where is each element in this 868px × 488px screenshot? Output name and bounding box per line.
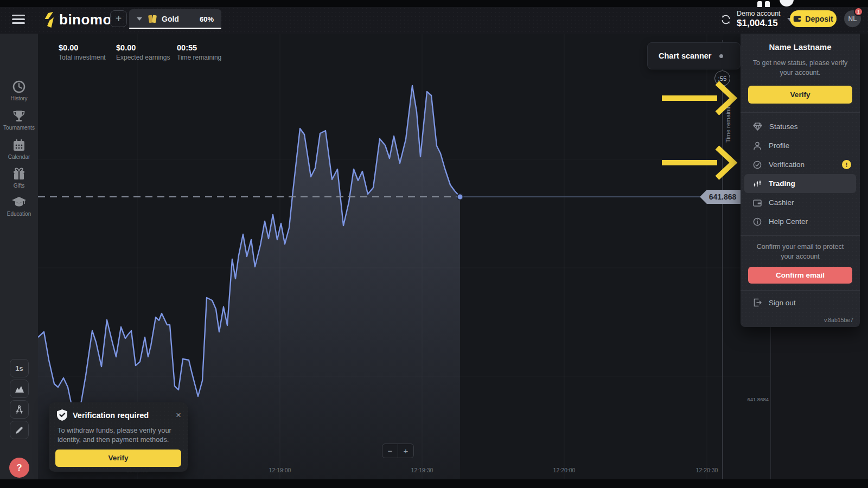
calendar-icon	[12, 138, 26, 152]
menu-item-verification[interactable]: Verification !	[741, 155, 860, 174]
candlestick-chart-icon	[753, 179, 762, 188]
asset-tab-gold[interactable]: Gold 60%	[129, 9, 221, 29]
indicators-button[interactable]	[10, 400, 29, 419]
time-tick: 12:20:00	[545, 467, 583, 473]
shield-check-icon	[56, 409, 68, 421]
wallet-icon	[753, 199, 762, 207]
account-type: Demo account	[737, 10, 781, 17]
pause-icon	[757, 1, 762, 7]
time-remaining-axis-label: Time remaining	[725, 88, 731, 143]
time-tick: 12:19:00	[261, 467, 299, 473]
sidebar-item-gifts[interactable]: Gifts	[0, 167, 38, 189]
chevron-down-icon	[137, 17, 142, 21]
payout-percent: 60%	[200, 15, 214, 23]
account-holder-name: Name Lastname	[741, 42, 860, 52]
zoom-in-button[interactable]: +	[398, 444, 414, 458]
gift-icon	[12, 167, 26, 181]
wallet-icon	[793, 15, 801, 22]
refresh-icon[interactable]	[720, 14, 731, 25]
clock-icon	[12, 80, 26, 94]
verification-warning-badge: !	[842, 160, 851, 169]
status-note: To get new status, please verify your ac…	[749, 59, 851, 78]
menu-item-trading[interactable]: Trading	[744, 174, 856, 193]
binomo-logo: binomo	[43, 11, 112, 28]
sign-out-icon	[753, 298, 762, 307]
sidebar-item-education[interactable]: Education	[0, 195, 38, 217]
pencil-icon	[15, 426, 24, 435]
current-price-dot	[457, 194, 463, 200]
pause-icon	[765, 1, 770, 7]
account-switcher[interactable]: Demo account $1,004.15	[720, 10, 793, 29]
confirm-email-note: Confirm your email to protect your accou…	[749, 242, 851, 261]
sidebar-item-tournaments[interactable]: Tournaments	[0, 109, 38, 131]
sidebar-item-calendar[interactable]: Calendar	[0, 138, 38, 160]
verification-popup: Verification required × To withdraw fund…	[49, 402, 188, 472]
add-asset-tab-button[interactable]: +	[110, 10, 127, 27]
compass-icon	[15, 405, 24, 414]
bottom-frame-strip	[0, 479, 868, 488]
check-circle-icon	[753, 160, 762, 169]
menu-item-profile[interactable]: Profile	[741, 136, 860, 155]
popup-verify-button[interactable]: Verify	[55, 450, 181, 467]
deposit-button[interactable]: Deposit	[790, 10, 837, 27]
price-axis-label: 641.8684	[727, 396, 769, 402]
area-chart-icon	[15, 385, 24, 393]
menu-item-help-center[interactable]: Help Center	[741, 212, 860, 231]
close-icon[interactable]: ×	[176, 410, 181, 420]
gold-bars-icon	[148, 14, 157, 24]
stat-time-remaining: 00:55Time remaining	[177, 43, 221, 61]
info-circle-icon	[753, 217, 762, 226]
hamburger-menu-icon[interactable]	[12, 15, 25, 24]
interval-button[interactable]: 1s	[10, 359, 29, 377]
menu-item-statuses[interactable]: Statuses	[741, 117, 860, 136]
help-button[interactable]: ?	[9, 458, 29, 478]
chart-scanner-button[interactable]: Chart scanner	[647, 42, 741, 69]
divider	[741, 235, 860, 236]
overlay-control-icon	[780, 0, 794, 7]
top-bar: binomo + Gold 60% Demo account $1,004.15	[0, 7, 868, 34]
account-balance: $1,004.15	[737, 18, 781, 29]
stat-expected-earnings: $0.00Expected earnings	[116, 43, 170, 61]
round-timer: :55	[714, 70, 730, 86]
top-frame-strip	[0, 0, 868, 7]
time-tick: 12:19:30	[403, 467, 441, 473]
account-menu-panel: Name Lastname To get new status, please …	[741, 34, 860, 327]
menu-item-cashier[interactable]: Cashier	[741, 193, 860, 212]
binomo-trading-app: $0.00Total investment $0.00Expected earn…	[0, 0, 868, 488]
time-tick: 12:20:30	[688, 467, 726, 473]
trophy-icon	[12, 109, 26, 123]
sidebar-item-history[interactable]: History	[0, 80, 38, 101]
notification-badge: 1	[854, 7, 863, 16]
lightning-bolt-icon	[43, 12, 55, 28]
confirm-email-button[interactable]: Confirm email	[748, 267, 852, 284]
user-icon	[753, 142, 762, 150]
gem-icon	[753, 123, 762, 131]
stat-total-investment: $0.00Total investment	[59, 43, 106, 61]
current-price-tag: 641.868	[700, 190, 741, 204]
graduation-cap-icon	[11, 195, 27, 209]
app-version: v.8ab15be7	[824, 317, 853, 323]
zoom-out-button[interactable]: −	[382, 444, 398, 458]
drawing-button[interactable]	[10, 421, 29, 439]
scanner-status-dot	[719, 54, 723, 58]
chart-type-button[interactable]	[10, 380, 29, 398]
menu-verify-button[interactable]: Verify	[748, 86, 852, 104]
sign-out-button[interactable]: Sign out	[741, 291, 860, 307]
